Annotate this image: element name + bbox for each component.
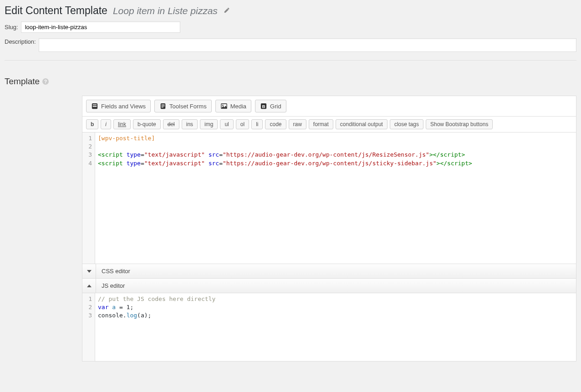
js-code-body[interactable]: // put the JS codes here directlyvar a =… [95,293,576,361]
toolset-forms-button[interactable]: Toolset Forms [154,100,212,112]
media-icon [220,102,228,110]
code-token [205,160,209,167]
toolset-forms-label: Toolset Forms [169,103,207,110]
js-code-editor[interactable]: 1 2 3 // put the JS codes here directlyv… [82,293,576,361]
grid-button[interactable]: B Grid [255,100,286,112]
grid-label: Grid [270,103,281,110]
svg-rect-1 [93,105,97,106]
svg-rect-5 [162,106,165,106]
code-token: </ [433,151,440,158]
code-token: "text/javascript" [144,151,205,158]
line-num: 3 [87,151,92,159]
code-token: script [440,151,461,158]
page-title: Edit Content Template [5,5,107,17]
code-token: script [102,160,123,167]
code-token [123,151,127,158]
slug-input[interactable] [21,21,180,33]
svg-rect-4 [162,105,165,105]
toolset-forms-icon [159,102,167,110]
code-token: console. [98,312,127,319]
css-editor-label: CSS editor [96,264,136,278]
code-token: < [98,151,102,158]
divider [5,60,576,61]
code-token: = [141,160,144,167]
code-token: = [219,160,223,167]
code-token: type [127,151,141,158]
toolbar-secondary: b i link b-quote del ins img ul ol li co… [82,116,576,132]
fields-views-button[interactable]: Fields and Views [86,100,151,112]
code-token [205,151,209,158]
code-token: script [447,160,469,167]
fields-views-icon [91,102,98,110]
template-heading-text: Template [5,76,40,87]
line-num: 3 [87,311,92,320]
code-token: [wpv-post-title] [98,135,155,142]
code-button[interactable]: code [265,119,286,129]
template-heading: Template ? [5,76,576,87]
code-token: "https://audio-gear-dev.org/wp-content/j… [223,160,437,167]
code-token: </ [440,160,447,167]
html-gutter: 1 2 3 4 [82,132,95,264]
show-bootstrap-button[interactable]: Show Bootstrap buttons [426,119,493,129]
line-num: 2 [87,303,92,311]
js-gutter: 1 2 3 [82,293,95,361]
svg-point-8 [222,105,224,106]
code-token: > [429,151,433,158]
pencil-icon[interactable] [223,8,229,15]
ol-button[interactable]: ol [236,119,249,129]
code-token: log [127,312,137,319]
line-num: 4 [87,159,92,168]
item-title: Loop item in Liste pizzas [113,5,218,16]
line-num: 1 [87,295,92,303]
code-token: src [209,151,219,158]
code-token: "https://audio-gear-dev.org/wp-content/j… [223,151,429,158]
code-token: "text/javascript" [144,160,205,167]
ins-button[interactable]: ins [182,119,198,129]
code-token: > [461,151,465,158]
html-code-editor[interactable]: 1 2 3 4 [wpv-post-title] <script type="t… [82,132,576,264]
description-label: Description: [5,38,36,45]
del-button[interactable]: del [163,119,179,129]
description-input[interactable] [39,38,576,52]
close-tags-button[interactable]: close tags [390,119,423,129]
code-token: src [209,160,219,167]
line-num: 2 [87,143,92,151]
code-token: // put the JS codes here directly [98,295,215,302]
li-button[interactable]: li [251,119,263,129]
conditional-output-button[interactable]: conditional output [336,119,387,129]
raw-button[interactable]: raw [289,119,306,129]
svg-text:B: B [262,104,265,109]
format-button[interactable]: format [309,119,333,129]
line-num: 1 [87,134,92,143]
img-button[interactable]: img [200,119,218,129]
toolbar-main: Fields and Views Toolset Forms Media B G… [82,96,576,116]
slug-label: Slug: [5,24,18,31]
help-icon[interactable]: ? [42,78,49,85]
bquote-button[interactable]: b-quote [133,119,161,129]
svg-rect-2 [93,106,97,107]
css-editor-bar[interactable]: CSS editor [82,264,576,279]
code-token [123,160,127,167]
ul-button[interactable]: ul [220,119,233,129]
caret-down-icon[interactable] [82,264,96,278]
js-editor-bar[interactable]: JS editor [82,279,576,293]
code-token: = 1; [116,304,133,311]
code-token: > [469,160,472,167]
code-token: = [141,151,144,158]
media-label: Media [230,103,246,110]
grid-icon: B [260,102,267,110]
js-editor-label: JS editor [96,279,130,293]
caret-up-icon[interactable] [82,279,96,293]
html-code-body[interactable]: [wpv-post-title] <script type="text/java… [95,132,576,264]
code-token: script [102,151,123,158]
code-token: a [112,304,116,311]
code-token: type [127,160,141,167]
link-button[interactable]: link [113,119,131,129]
i-button[interactable]: i [101,119,111,129]
b-button[interactable]: b [86,119,98,129]
code-token: var [98,304,108,311]
svg-rect-6 [162,107,163,107]
code-token: (a); [137,312,151,319]
media-button[interactable]: Media [215,100,251,112]
fields-views-label: Fields and Views [101,103,146,110]
